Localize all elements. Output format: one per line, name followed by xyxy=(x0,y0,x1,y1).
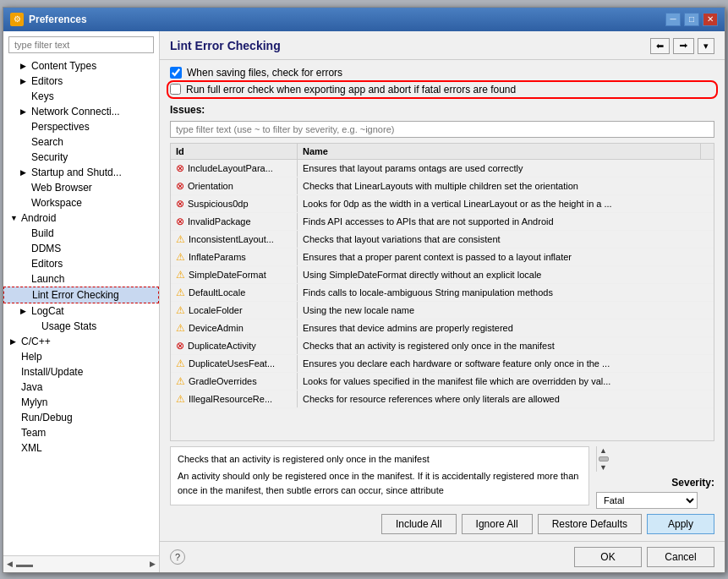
cell-name: Ensures that layout params on tags are u… xyxy=(298,160,714,177)
sidebar-scroll-area[interactable]: ▶ Content Types ▶ Editors Keys ▶ Network… xyxy=(3,58,159,555)
sidebar-item-web-browser[interactable]: Web Browser xyxy=(3,180,159,195)
sidebar-item-workspace[interactable]: Workspace xyxy=(3,195,159,210)
nav-forward-button[interactable]: ⮕ xyxy=(673,38,694,54)
sidebar-item-label-perspectives: Perspectives xyxy=(31,121,90,133)
action-buttons-row: Include All Ignore All Restore Defaults … xyxy=(170,514,714,534)
checkbox-run-full-row: Run full error check when exporting app … xyxy=(170,84,714,96)
close-button[interactable]: ✕ xyxy=(703,13,718,26)
table-row[interactable]: ⊗IncludeLayoutPara... Ensures that layou… xyxy=(171,160,714,178)
sidebar-item-install-update[interactable]: Install/Update xyxy=(3,364,159,380)
ok-button[interactable]: OK xyxy=(574,547,642,567)
table-row[interactable]: ⚠GradleOverrides Looks for values specif… xyxy=(171,373,714,391)
table-row[interactable]: ⚠DeviceAdmin Ensures that device admins … xyxy=(171,320,714,337)
checkbox-run-full[interactable] xyxy=(170,84,181,95)
warn-icon: ⚠ xyxy=(176,269,185,281)
sidebar-item-lint-error[interactable]: Lint Error Checking xyxy=(3,287,159,303)
table-row[interactable]: ⚠InflateParams Ensures that a proper par… xyxy=(171,249,714,266)
sidebar-item-perspectives[interactable]: Perspectives xyxy=(3,119,159,134)
table-row[interactable]: ⚠IllegalResourceRe... Checks for resourc… xyxy=(171,391,714,408)
window-title: Preferences xyxy=(29,14,87,25)
sidebar-item-editors-android[interactable]: Editors xyxy=(3,256,159,271)
main-header: Lint Error Checking ⬅ ⮕ ▾ xyxy=(160,31,725,60)
error-icon: ⊗ xyxy=(176,340,184,352)
cell-name: Checks for resource references where onl… xyxy=(298,391,714,407)
cell-name: Looks for 0dp as the width in a vertical… xyxy=(298,195,714,212)
sidebar-item-search[interactable]: Search xyxy=(3,134,159,150)
table-body[interactable]: ⊗IncludeLayoutPara... Ensures that layou… xyxy=(171,160,714,440)
scroll-up-icon[interactable]: ▲ xyxy=(599,446,607,455)
sidebar-item-usage-stats[interactable]: Usage Stats xyxy=(3,319,159,334)
sidebar-item-startup-shutdown[interactable]: ▶ Startup and Shutd... xyxy=(3,165,159,180)
warn-icon: ⚠ xyxy=(176,358,185,369)
table-row[interactable]: ⚠LocaleFolder Using the new locale name xyxy=(171,302,714,320)
sidebar-item-java[interactable]: Java xyxy=(3,380,159,395)
sidebar: ▶ Content Types ▶ Editors Keys ▶ Network… xyxy=(3,31,160,572)
table-row[interactable]: ⚠SimpleDateFormat Using SimpleDateFormat… xyxy=(171,266,714,284)
table-row[interactable]: ⊗Orientation Checks that LinearLayouts w… xyxy=(171,178,714,195)
checkbox-run-full-label: Run full error check when exporting app … xyxy=(186,84,516,96)
table-row[interactable]: ⚠DefaultLocale Finds calls to locale-amb… xyxy=(171,284,714,302)
sidebar-item-label-editors-android: Editors xyxy=(31,258,63,270)
sidebar-item-run-debug[interactable]: Run/Debug xyxy=(3,410,159,425)
cell-name: Ensures that device admins are properly … xyxy=(298,320,714,336)
sidebar-item-help[interactable]: Help xyxy=(3,349,159,364)
cell-id: ⚠IllegalResourceRe... xyxy=(171,391,298,407)
table-scrollbar-top xyxy=(700,144,714,159)
cell-name: Finds API accesses to APIs that are not … xyxy=(298,213,714,230)
scroll-down-icon[interactable]: ▼ xyxy=(599,463,607,472)
tree-arrow: ▶ xyxy=(20,77,29,85)
help-icon[interactable]: ? xyxy=(170,549,185,565)
toolbar-menu-button[interactable]: ▾ xyxy=(698,38,714,54)
ignore-all-button[interactable]: Ignore All xyxy=(462,514,533,534)
title-bar: ⚙ Preferences ─ □ ✕ xyxy=(3,8,725,31)
table-row[interactable]: ⚠DuplicateUsesFeat... Ensures you declar… xyxy=(171,355,714,373)
table-row[interactable]: ⊗DuplicateActivity Checks that an activi… xyxy=(171,337,714,355)
issues-filter-input[interactable] xyxy=(170,121,714,138)
include-all-button[interactable]: Include All xyxy=(381,514,457,534)
scroll-left-icon[interactable]: ◀ xyxy=(7,560,13,568)
cell-name: Checks that an activity is registered on… xyxy=(298,337,714,354)
sidebar-item-ddms[interactable]: DDMS xyxy=(3,241,159,256)
error-icon: ⊗ xyxy=(176,180,184,192)
sidebar-item-cpp[interactable]: ▶ C/C++ xyxy=(3,334,159,349)
cell-id: ⚠DeviceAdmin xyxy=(171,320,298,336)
desc-scrollbar[interactable]: ▲ ▼ xyxy=(596,446,610,472)
severity-select[interactable]: Fatal Error Warning Info Ignore xyxy=(596,492,698,509)
nav-back-button[interactable]: ⬅ xyxy=(650,38,670,54)
description-container: Checks that an activity is registered on… xyxy=(170,446,589,505)
sidebar-item-build[interactable]: Build xyxy=(3,226,159,241)
apply-button[interactable]: Apply xyxy=(647,514,714,534)
table-row[interactable]: ⊗InvalidPackage Finds API accesses to AP… xyxy=(171,213,714,231)
sidebar-item-network-conn[interactable]: ▶ Network Connecti... xyxy=(3,104,159,119)
sidebar-item-label-workspace: Workspace xyxy=(31,197,82,209)
title-controls: ─ □ ✕ xyxy=(665,13,718,26)
scroll-right-icon[interactable]: ▶ xyxy=(150,560,156,568)
sidebar-item-security[interactable]: Security xyxy=(3,150,159,165)
sidebar-item-xml[interactable]: XML xyxy=(3,440,159,456)
cell-id: ⚠LocaleFolder xyxy=(171,302,298,319)
scroll-thumb[interactable] xyxy=(599,456,609,462)
restore-defaults-button[interactable]: Restore Defaults xyxy=(538,514,642,534)
sidebar-item-team[interactable]: Team xyxy=(3,425,159,440)
sidebar-item-keys[interactable]: Keys xyxy=(3,89,159,104)
table-row[interactable]: ⚠InconsistentLayout... Checks that layou… xyxy=(171,231,714,249)
sidebar-item-label-lint-error: Lint Error Checking xyxy=(32,289,119,301)
error-icon: ⊗ xyxy=(176,162,184,174)
sidebar-item-android[interactable]: ▼ Android xyxy=(3,210,159,226)
error-icon: ⊗ xyxy=(176,216,184,227)
sidebar-item-launch[interactable]: Launch xyxy=(3,271,159,287)
tree-arrow: ▼ xyxy=(10,214,19,222)
sidebar-item-mylyn[interactable]: Mylyn xyxy=(3,395,159,410)
table-row[interactable]: ⊗Suspicious0dp Looks for 0dp as the widt… xyxy=(171,195,714,213)
checkbox-save[interactable] xyxy=(170,67,182,79)
maximize-button[interactable]: □ xyxy=(684,13,699,26)
sidebar-item-logcat[interactable]: ▶ LogCat xyxy=(3,303,159,319)
sidebar-item-content-types[interactable]: ▶ Content Types xyxy=(3,58,159,74)
sidebar-item-editors-top[interactable]: ▶ Editors xyxy=(3,74,159,89)
cell-id: ⊗InvalidPackage xyxy=(171,213,298,230)
panel-title: Lint Error Checking xyxy=(170,39,281,52)
cell-id: ⚠InflateParams xyxy=(171,249,298,265)
minimize-button[interactable]: ─ xyxy=(665,13,681,26)
sidebar-filter-input[interactable] xyxy=(8,36,154,53)
cancel-button[interactable]: Cancel xyxy=(647,547,714,567)
